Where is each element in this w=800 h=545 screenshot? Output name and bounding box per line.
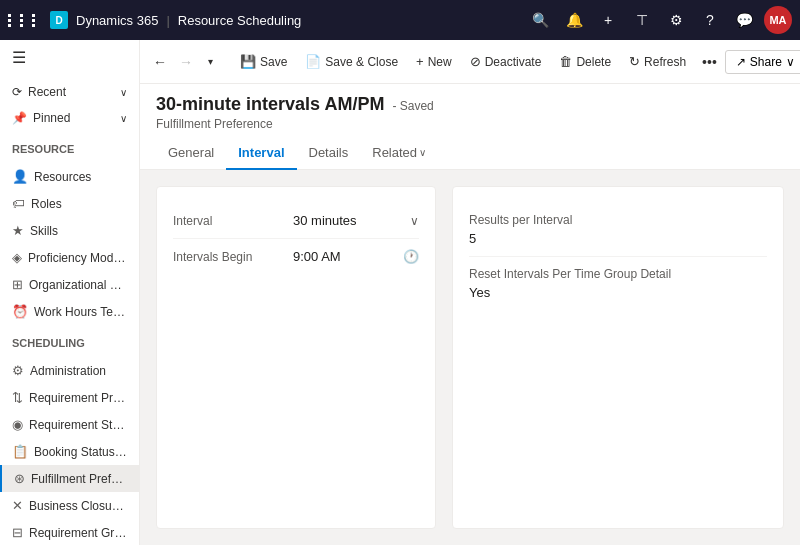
results-per-interval-label: Results per Interval	[469, 213, 767, 227]
req-priority-label: Requirement Priori...	[29, 391, 127, 405]
sidebar-item-administration[interactable]: ⚙ Administration	[0, 357, 139, 384]
main-layout: ☰ ⟳ Recent ∨ 📌 Pinned ∨ Resource 👤 Resou…	[0, 40, 800, 545]
delete-label: Delete	[576, 55, 611, 69]
history-button[interactable]: ▾	[200, 50, 220, 74]
deactivate-icon: ⊘	[470, 54, 481, 69]
new-label: New	[428, 55, 452, 69]
skills-icon: ★	[12, 223, 24, 238]
results-card: Results per Interval 5 Reset Intervals P…	[452, 186, 784, 529]
brand-area: D Dynamics 365 | Resource Scheduling	[50, 11, 301, 29]
save-button[interactable]: 💾 Save	[232, 50, 295, 73]
sidebar-item-org-units[interactable]: ⊞ Organizational Un...	[0, 271, 139, 298]
pinned-chevron: ∨	[120, 113, 127, 124]
resources-icon: 👤	[12, 169, 28, 184]
sidebar-item-resources[interactable]: 👤 Resources	[0, 163, 139, 190]
toolbar: ← → ▾ 💾 Save 📄 Save & Close + New ⊘ Deac…	[140, 40, 800, 84]
grid-menu-icon[interactable]	[8, 14, 42, 27]
sidebar-item-work-hours[interactable]: ⏰ Work Hours Temp...	[0, 298, 139, 325]
interval-card: Interval 30 minutes ∨ Intervals Begin 9:…	[156, 186, 436, 529]
nav-controls: ← → ▾	[148, 50, 220, 74]
hamburger-icon[interactable]: ☰	[0, 40, 139, 75]
page-header: 30-minute intervals AM/PM - Saved Fulfil…	[140, 84, 800, 131]
share-button[interactable]: ↗ Share ∨	[725, 50, 800, 74]
tab-general[interactable]: General	[156, 139, 226, 170]
results-per-interval-field: Results per Interval 5	[469, 203, 767, 257]
main-content: ← → ▾ 💾 Save 📄 Save & Close + New ⊘ Deac…	[140, 40, 800, 545]
refresh-label: Refresh	[644, 55, 686, 69]
req-priority-icon: ⇅	[12, 390, 23, 405]
req-status-label: Requirement Stat...	[29, 418, 127, 432]
tab-related[interactable]: Related ∨	[360, 139, 438, 170]
sidebar-recent[interactable]: ⟳ Recent ∨	[0, 79, 139, 105]
question-icon[interactable]: ?	[696, 6, 724, 34]
clock-icon[interactable]: 🕐	[403, 249, 419, 264]
results-per-interval-value: 5	[469, 231, 767, 246]
sidebar-item-proficiency[interactable]: ◈ Proficiency Models	[0, 244, 139, 271]
avatar[interactable]: MA	[764, 6, 792, 34]
resource-section: 👤 Resources 🏷 Roles ★ Skills ◈ Proficien…	[0, 159, 139, 329]
deactivate-button[interactable]: ⊘ Deactivate	[462, 50, 550, 73]
sidebar-item-fulfillment[interactable]: ⊛ Fulfillment Prefere...	[0, 465, 139, 492]
tab-details[interactable]: Details	[297, 139, 361, 170]
sidebar-item-booking-statuses[interactable]: 📋 Booking Statuses	[0, 438, 139, 465]
page-title-row: 30-minute intervals AM/PM - Saved	[156, 94, 784, 115]
filter-icon[interactable]: ⊤	[628, 6, 656, 34]
deactivate-label: Deactivate	[485, 55, 542, 69]
content-area: Interval 30 minutes ∨ Intervals Begin 9:…	[140, 170, 800, 545]
save-close-label: Save & Close	[325, 55, 398, 69]
refresh-button[interactable]: ↻ Refresh	[621, 50, 694, 73]
sidebar-item-roles[interactable]: 🏷 Roles	[0, 190, 139, 217]
sidebar-item-req-group[interactable]: ⊟ Requirement Gro...	[0, 519, 139, 545]
plus-icon[interactable]: +	[594, 6, 622, 34]
tab-interval[interactable]: Interval	[226, 139, 296, 170]
admin-icon: ⚙	[12, 363, 24, 378]
fulfillment-label: Fulfillment Prefere...	[31, 472, 127, 486]
page-subtitle: Fulfillment Preference	[156, 117, 784, 131]
pinned-label: Pinned	[33, 111, 70, 125]
save-label: Save	[260, 55, 287, 69]
sidebar-item-business-closures[interactable]: ✕ Business Closures	[0, 492, 139, 519]
roles-icon: 🏷	[12, 196, 25, 211]
recent-label: Recent	[28, 85, 66, 99]
back-button[interactable]: ←	[148, 50, 172, 74]
share-label: Share	[750, 55, 782, 69]
share-icon: ↗	[736, 55, 746, 69]
gear-icon[interactable]: ⚙	[662, 6, 690, 34]
sidebar-pinned[interactable]: 📌 Pinned ∨	[0, 105, 139, 131]
sidebar-item-req-status[interactable]: ◉ Requirement Stat...	[0, 411, 139, 438]
req-group-icon: ⊟	[12, 525, 23, 540]
save-icon: 💾	[240, 54, 256, 69]
interval-field-row: Interval 30 minutes ∨	[173, 203, 419, 239]
bell-icon[interactable]: 🔔	[560, 6, 588, 34]
chat-icon[interactable]: 💬	[730, 6, 758, 34]
admin-label: Administration	[30, 364, 106, 378]
sidebar-item-skills[interactable]: ★ Skills	[0, 217, 139, 244]
more-button[interactable]: •••	[696, 50, 723, 74]
skills-label: Skills	[30, 224, 58, 238]
tab-bar: General Interval Details Related ∨	[140, 131, 800, 170]
top-navigation: D Dynamics 365 | Resource Scheduling 🔍 🔔…	[0, 0, 800, 40]
save-close-button[interactable]: 📄 Save & Close	[297, 50, 406, 73]
sidebar: ☰ ⟳ Recent ∨ 📌 Pinned ∨ Resource 👤 Resou…	[0, 40, 140, 545]
top-nav-actions: 🔍 🔔 + ⊤ ⚙ ? 💬 MA	[526, 6, 792, 34]
reset-intervals-label: Reset Intervals Per Time Group Detail	[469, 267, 767, 281]
share-chevron-icon: ∨	[786, 55, 795, 69]
pinned-icon: 📌	[12, 111, 27, 125]
resource-category: Resource	[0, 135, 139, 159]
delete-icon: 🗑	[559, 54, 572, 69]
app-name: Resource Scheduling	[178, 13, 302, 28]
org-units-icon: ⊞	[12, 277, 23, 292]
brand-name: Dynamics 365	[76, 13, 158, 28]
sidebar-item-req-priority[interactable]: ⇅ Requirement Priori...	[0, 384, 139, 411]
delete-button[interactable]: 🗑 Delete	[551, 50, 619, 73]
forward-button[interactable]: →	[174, 50, 198, 74]
page-title: 30-minute intervals AM/PM	[156, 94, 384, 115]
brand-divider: |	[166, 13, 169, 28]
recent-icon: ⟳	[12, 85, 22, 99]
interval-dropdown-icon[interactable]: ∨	[410, 214, 419, 228]
brand-logo: D	[50, 11, 68, 29]
req-group-label: Requirement Gro...	[29, 526, 127, 540]
saved-badge: - Saved	[392, 99, 433, 113]
search-icon[interactable]: 🔍	[526, 6, 554, 34]
new-button[interactable]: + New	[408, 50, 460, 73]
